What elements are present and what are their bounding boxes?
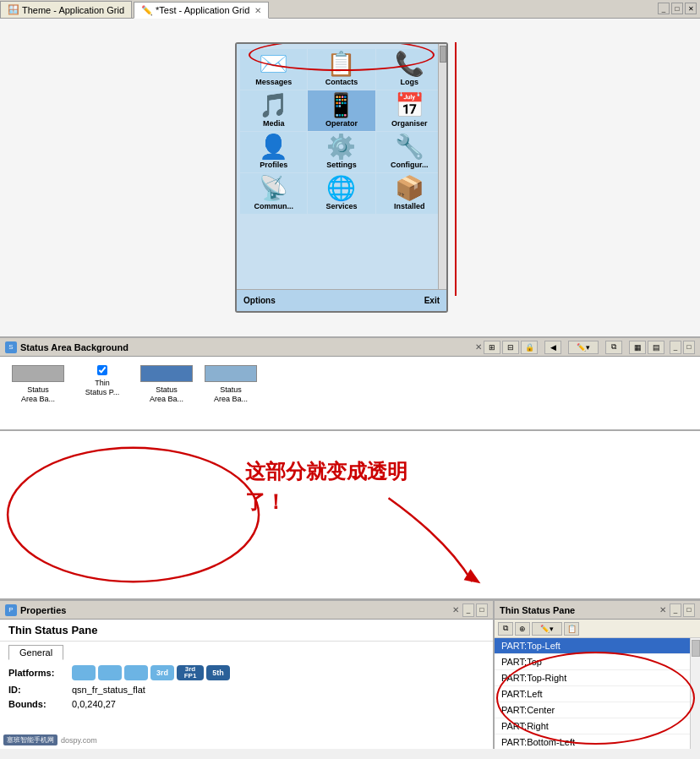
app-services[interactable]: 🌐 Services [308,173,375,214]
tab-test[interactable]: ✏️ *Test - Application Grid ✕ [134,2,269,19]
app-operator[interactable]: 📱 Operator [308,90,375,131]
status-area-close[interactable]: ✕ [475,342,482,352]
watermark: 塞班智能手机网 dospy.com [3,734,97,745]
tab-theme[interactable]: 🪟 Theme - Application Grid [0,1,132,18]
watermark-logo: 塞班智能手机网 [3,734,57,745]
minimize-button[interactable]: _ [658,3,670,14]
list-item-3[interactable]: PART:Left [495,686,700,702]
close-button[interactable]: ✕ [685,3,697,14]
thin-toolbar-edit[interactable]: ✏️▾ [532,622,562,636]
platform-btn-2[interactable] [124,665,148,680]
thin-status-header: Thin Status Pane ✕ _ □ [495,601,700,620]
toolbar-copy-btn[interactable]: ⧉ [605,341,622,354]
vertical-red-line [455,42,457,296]
platform-btn-0[interactable] [72,665,96,680]
properties-panel: P Properties ✕ _ □ Thin Status Pane Gene… [0,601,495,749]
toolbar-sep1 [539,341,543,354]
status-item-0-image [12,365,64,382]
app-operator-icon: 📱 [326,94,356,117]
app-services-icon: 🌐 [326,177,356,200]
app-logs[interactable]: 📞 Logs [376,49,443,90]
properties-close[interactable]: ✕ [452,605,459,614]
list-item-0[interactable]: PART:Top-Left [495,638,700,654]
list-item-6[interactable]: PART:Bottom-Left [495,734,700,749]
toolbar-view2-btn[interactable]: ▤ [648,341,664,354]
status-item-0[interactable]: StatusArea Ba... [8,365,68,404]
status-item-1[interactable]: ThinStatus P... [73,365,132,397]
app-commun[interactable]: 📡 Commun... [240,173,307,214]
list-item-2[interactable]: PART:Top-Right [495,670,700,686]
status-area-section: S Status Area Background ✕ ⊞ ⊟ 🔒 ◀ ✏️▾ ⧉… [0,338,700,431]
id-label: ID: [8,685,72,695]
status-item-2-label: StatusArea Ba... [150,385,183,404]
app-settings-icon: ⚙️ [326,135,356,159]
maximize-button[interactable]: □ [671,3,683,14]
window-controls: _ □ ✕ [658,3,697,14]
thin-status-win-controls: _ □ [670,603,695,617]
prop-tab-general[interactable]: General [8,645,63,660]
tab-theme-icon: 🪟 [8,4,19,15]
app-organiser[interactable]: 📅 Organiser [376,90,443,131]
toolbar-max-btn[interactable]: □ [683,341,695,354]
toolbar-view1-btn[interactable]: ▦ [629,341,646,354]
toolbar-grid2-btn[interactable]: ⊟ [502,341,519,354]
toolbar-min-btn[interactable]: _ [670,341,681,354]
properties-header-icon: P [5,604,17,616]
platform-btn-5th[interactable]: 5th [206,665,230,680]
app-profiles[interactable]: 👤 Profiles [240,132,307,172]
thin-toolbar-copy1[interactable]: ⧉ [498,622,513,636]
toolbar-left-btn[interactable]: ◀ [544,341,561,354]
toolbar-sep4 [624,341,627,354]
toolbar-sep3 [600,341,604,354]
toolbar-lock-btn[interactable]: 🔒 [521,341,538,354]
app-commun-label: Commun... [254,202,293,210]
app-logs-label: Logs [401,78,419,86]
toolbar-sep2 [563,341,566,354]
thin-toolbar-copy2[interactable]: ⊕ [515,622,530,636]
thin-scrollbar[interactable] [690,638,700,749]
status-area-header-icon: S [5,341,17,353]
tab-test-close[interactable]: ✕ [254,6,261,15]
thin-max-btn[interactable]: □ [683,603,695,617]
toolbar-edit-btn[interactable]: ✏️▾ [568,341,599,354]
status-item-1-row [97,365,107,375]
phone-options-btn[interactable]: Options [243,296,276,305]
annotation-text: 这部分就变成透明 了！ [245,456,407,517]
thin-min-btn[interactable]: _ [670,603,681,617]
app-commun-icon: 📡 [259,177,288,200]
thin-status-close[interactable]: ✕ [659,605,666,614]
status-item-3[interactable]: StatusArea Ba... [201,365,260,404]
app-operator-label: Operator [325,119,358,128]
app-installed[interactable]: 📦 Installed [376,173,443,214]
app-media-label: Media [263,119,285,128]
thin-toolbar-copy3[interactable]: 📋 [564,622,579,636]
status-area-toolbar: ⊞ ⊟ 🔒 ◀ ✏️▾ ⧉ ▦ ▤ _ □ [484,341,695,354]
list-item-1[interactable]: PART:Top [495,654,700,670]
svg-marker-0 [464,569,481,583]
bounds-row: Bounds: 0,0,240,27 [8,699,484,709]
app-profiles-icon: 👤 [259,135,288,159]
prop-tabs: General [8,645,484,660]
app-media[interactable]: 🎵 Media [240,90,307,131]
app-configur[interactable]: 🔧 Configur... [376,132,443,172]
platform-btn-1[interactable] [98,665,122,680]
prop-maximize-btn[interactable]: □ [476,603,488,617]
platform-btn-3rd[interactable]: 3rd [150,665,174,680]
toolbar-grid-btn[interactable]: ⊞ [484,341,500,354]
annotation-line2: 了！ [245,487,407,517]
prop-minimize-btn[interactable]: _ [462,603,474,617]
app-contacts[interactable]: 📋 Contacts [308,49,375,90]
phone-bottom-bar: Options Exit [237,289,446,311]
list-item-5[interactable]: PART:Right [495,718,700,734]
panel-title: Thin Status Pane [0,620,493,642]
app-settings[interactable]: ⚙️ Settings [308,132,375,172]
app-messages[interactable]: ✉️ Messages [240,49,307,90]
watermark-site: dospy.com [61,736,97,745]
status-item-1-checkbox[interactable] [97,365,107,375]
status-item-2[interactable]: StatusArea Ba... [137,365,196,404]
platform-buttons: 3rd 3rdFP1 5th [72,665,230,680]
list-item-4[interactable]: PART:Center [495,702,700,718]
app-settings-label: Settings [326,161,357,169]
platform-btn-fp1[interactable]: 3rdFP1 [177,665,204,680]
phone-exit-btn[interactable]: Exit [424,296,440,305]
